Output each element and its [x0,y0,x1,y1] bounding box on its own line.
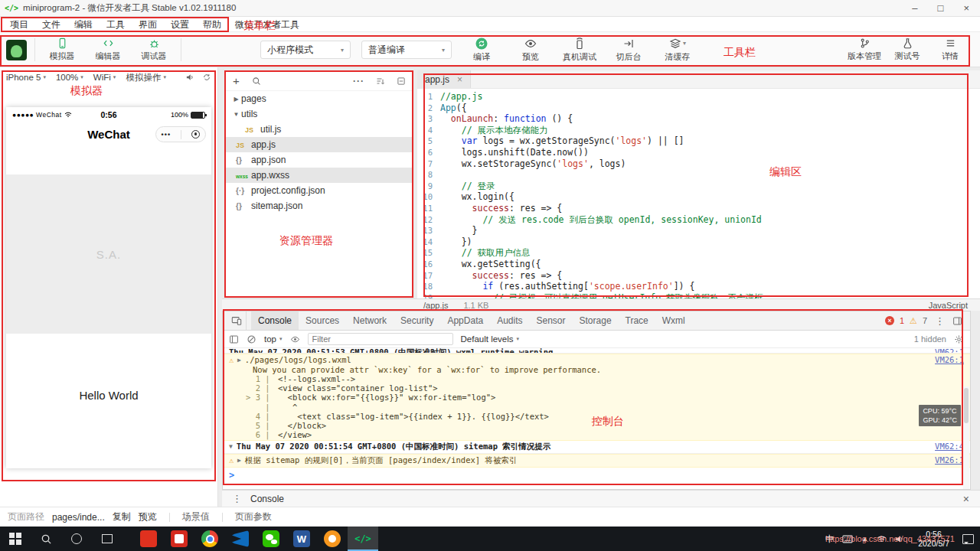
tree-file-sitemap.json[interactable]: {}sitemap.json [225,198,413,214]
tree-file-app.wxss[interactable]: wxssapp.wxss [225,168,413,183]
taskbar-app-vscode[interactable] [225,527,256,551]
zoom-select[interactable]: 100%▾ [56,73,83,82]
details-button[interactable]: 详情 [931,33,969,67]
menu-item-7[interactable]: 帮助 [196,17,228,32]
search-icon[interactable] [252,77,261,86]
collapse-arrow-icon[interactable]: ▼ [229,442,233,452]
devtools-tab-audits[interactable]: Audits [490,311,529,330]
devtools-tab-sources[interactable]: Sources [299,311,346,330]
simulator-toggle-button[interactable]: 模拟器 [43,33,81,67]
devtools-tab-security[interactable]: Security [394,311,440,330]
device-debug-button[interactable]: 真机调试 [560,33,599,67]
clear-cache-button[interactable]: ▾ 清缓存 [658,33,697,67]
error-count[interactable]: 1 [900,316,904,325]
expand-arrow-icon[interactable]: ▶ [237,355,241,365]
context-select[interactable]: top▾ [264,334,283,344]
compile-button[interactable]: 编译 [462,33,501,67]
source-link[interactable]: VM26:1 [935,355,964,364]
maximize-button[interactable]: □ [938,1,944,16]
source-link[interactable]: VM26:1 [935,455,964,465]
tree-folder-pages[interactable]: ▶pages [225,91,413,106]
cortana-button[interactable] [61,527,92,551]
tray-expand-icon[interactable]: ▲ [861,535,868,543]
taskbar-clock[interactable]: 0:56 2020/5/7 [913,530,954,548]
minimize-button[interactable]: – [912,1,917,16]
devtools-tab-wxml[interactable]: Wxml [655,311,692,330]
tree-file-project.config.json[interactable]: {·}project.config.json [225,183,413,198]
version-manage-button[interactable]: 版本管理 [845,33,884,67]
editor-toggle-button[interactable]: 编辑器 [89,33,127,67]
tree-file-util.js[interactable]: JSutil.js [225,122,413,137]
speaker-icon[interactable] [185,73,194,82]
scene-value-label[interactable]: 场景值 [182,510,210,523]
devtools-tab-console[interactable]: Console [251,311,299,330]
console-prompt-icon[interactable]: > [229,470,234,481]
mode-select[interactable]: 小程序模式▾ [260,41,351,59]
menu-item-3[interactable]: 编辑 [67,17,100,32]
tree-file-app.json[interactable]: {}app.json [225,152,413,168]
test-account-button[interactable]: 测试号 [888,33,926,67]
close-drawer-icon[interactable]: × [963,493,972,505]
taskbar-app-devtools[interactable]: </> [348,527,378,551]
scrollbar[interactable] [963,386,969,489]
compile-mode-select[interactable]: 普通编译▾ [361,41,452,59]
taskbar-search-button[interactable] [31,527,61,551]
more-icon[interactable]: ··· [353,76,364,86]
menu-item-8[interactable]: 微信开发者工具 [228,17,306,32]
editor-tab-appjs[interactable]: app.js × [417,70,471,88]
devtools-tab-appdata[interactable]: AppData [440,311,490,330]
sim-action-select[interactable]: 模拟操作▾ [126,72,166,83]
warning-icon[interactable]: ⚠ [910,316,917,326]
console-filter-input[interactable] [308,333,453,345]
sidebar-toggle-icon[interactable] [229,334,239,344]
error-icon[interactable]: × [885,316,894,325]
taskbar-app-chrome[interactable] [194,527,225,551]
menu-item-1[interactable]: 项目 [3,17,35,32]
page-params-label[interactable]: 页面参数 [235,510,272,523]
network-icon[interactable] [877,535,887,543]
switch-background-button[interactable]: 切后台 [609,33,648,67]
task-view-button[interactable] [92,527,122,551]
collapse-all-icon[interactable] [397,77,406,86]
menu-item-2[interactable]: 文件 [35,17,67,32]
volume-icon[interactable] [895,535,905,543]
menu-item-4[interactable]: 工具 [100,17,132,32]
taskbar-app-red-2[interactable] [164,527,194,551]
devtools-tab-storage[interactable]: Storage [573,311,619,330]
gear-icon[interactable] [954,334,964,344]
dock-side-icon[interactable] [952,316,962,326]
network-select[interactable]: WiFi▾ [93,73,116,82]
taskbar-app-wechat[interactable] [256,527,286,551]
ime-language-indicator[interactable]: 中 [825,533,835,545]
expand-arrow-icon[interactable]: ▶ [237,455,241,465]
preview-button[interactable]: 预览 [511,33,550,67]
taskbar-app-word[interactable]: W [286,527,317,551]
menu-item-5[interactable]: 界面 [132,17,164,32]
ime-keyboard-icon[interactable] [842,535,853,543]
user-avatar[interactable] [6,40,27,60]
start-button[interactable] [0,527,31,551]
eye-icon[interactable] [290,334,300,344]
warning-count[interactable]: 7 [923,316,927,325]
rotate-icon[interactable] [202,73,211,82]
tree-file-app.js[interactable]: JSapp.js [225,137,413,152]
tree-folder-utils[interactable]: ▼utils [225,106,413,122]
taskbar-app-red-1[interactable] [133,527,164,551]
taskbar-app-orange[interactable] [317,527,348,551]
menu-item-6[interactable]: 设置 [164,17,196,32]
device-toolbar-icon[interactable] [227,311,247,330]
device-select[interactable]: iPhone 5▾ [6,73,46,82]
sort-icon[interactable] [376,77,385,86]
drawer-console-tab[interactable]: Console [250,494,284,504]
source-link[interactable]: VM62:4 [935,442,964,451]
code-editor[interactable]: 1//app.js2App({3 onLaunch: function () {… [417,89,980,298]
capsule-exit-button[interactable] [191,130,200,139]
capsule-more-button[interactable]: ••• [162,131,171,139]
devtools-tab-sensor[interactable]: Sensor [530,311,573,330]
console-log[interactable]: Thu May 07 2020 00:51:53 GMT+0800 (中国标准时… [223,348,970,489]
notification-center-icon[interactable] [962,534,974,544]
devtools-menu-icon[interactable]: ⋮ [933,315,947,327]
debugger-toggle-button[interactable]: 调试器 [135,33,173,67]
devtools-tab-network[interactable]: Network [346,311,394,330]
page-path-value[interactable]: pages/inde... [52,512,105,523]
